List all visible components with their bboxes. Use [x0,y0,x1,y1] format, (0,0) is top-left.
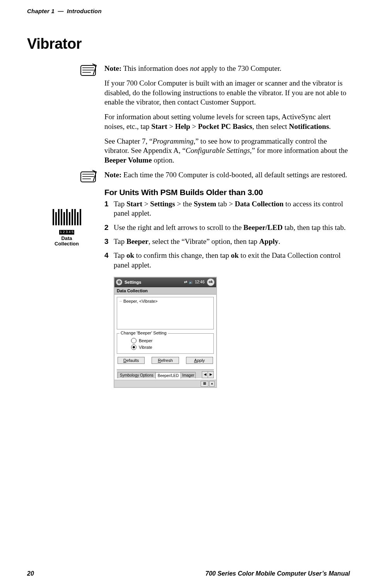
refresh-button[interactable]: Refresh [152,357,179,364]
radio-vibrate[interactable]: Vibrate [131,345,211,350]
setting-group: Change 'Beeper' Setting Beeper Vibrate [117,333,214,354]
tab-strip[interactable]: Symbology Options Beeper/LED Imager ◀ ▶ [117,369,214,378]
step-number: 4 [104,251,109,260]
data-collection-icon: 1 2 3 4 5 Data Collection [48,208,85,247]
applet-body: Beeper, <Vibrate> Change 'Beeper' Settin… [114,295,216,380]
manual-title: 700 Series Color Mobile Computer User’s … [205,570,350,577]
button-row: Defaults Refresh Apply [117,357,214,364]
tab-imager[interactable]: Imager [181,372,196,378]
tab-symbology-options[interactable]: Symbology Options [118,372,156,378]
clock[interactable]: 12:46 [195,280,205,284]
list-item: 2 Use the right and left arrows to scrol… [104,223,352,232]
dash: — [58,8,63,14]
barcode-numbers: 1 2 3 4 5 [59,230,74,235]
radio-label: Beeper [139,338,152,343]
step-number: 1 [104,199,109,209]
page-number: 20 [27,570,34,577]
steps-list: 1 Tap Start > Settings > the System tab … [104,199,352,270]
para-volume: For information about setting volume lev… [104,112,352,131]
note-block-2: Note: Each time the 700 Computer is cold… [104,170,352,180]
system-tray[interactable]: ⇄ 🔉 12:46 [184,280,205,284]
list-item: 3 Tap Beeper, select the “Vibrate” optio… [104,237,352,246]
barcode-icon [48,208,85,225]
note-label: Note: [104,171,121,179]
list-item: 4 Tap ok to confirm this change, then ta… [104,251,352,270]
radio-beeper[interactable]: Beeper [131,338,211,343]
page: Chapter 1 — Introduction Vibrator Note: … [0,0,377,588]
note1-text: Note: This information does not apply to… [104,64,352,73]
applet-title: Data Collection [114,287,216,295]
embedded-screenshot: ✿ Settings ⇄ 🔉 12:46 ok Data Collection … [114,277,217,388]
note-block-1: Note: This information does not apply to… [104,64,352,73]
body-column: Note: This information does not apply to… [104,64,352,388]
running-head: Chapter 1 — Introduction [27,8,350,14]
sip-bar[interactable]: ▦ ▴ [114,380,216,387]
scroll-right-icon[interactable]: ▶ [208,371,214,378]
keyboard-icon[interactable]: ▦ [201,381,208,387]
para-intro: If your 700 Color Computer is built with… [104,79,352,107]
apply-button[interactable]: Apply [186,357,213,364]
note-icon [79,63,98,77]
chapter-title: Introduction [67,8,102,14]
start-icon[interactable]: ✿ [116,279,122,285]
barcode-caption: Data Collection [48,236,85,247]
page-footer: 20 700 Series Color Mobile Computer User… [27,570,350,577]
subheading: For Units With PSM Builds Older than 3.0… [104,187,352,198]
defaults-button[interactable]: Defaults [118,357,145,364]
list-item: 1 Tap Start > Settings > the System tab … [104,199,352,218]
chapter-number: Chapter 1 [27,8,55,14]
sip-up-icon[interactable]: ▴ [209,381,215,387]
steps-block: 1 2 3 4 5 Data Collection 1 Tap Start > … [104,199,352,270]
para-seealso: See Chapter 7, “Programming,” to see how… [104,137,352,165]
ppc-titlebar[interactable]: ✿ Settings ⇄ 🔉 12:46 ok [114,278,216,287]
step-number: 3 [104,237,109,246]
tree-view[interactable]: Beeper, <Vibrate> [117,297,214,329]
radio-icon[interactable] [131,338,136,343]
note2-text: Note: Each time the 700 Computer is cold… [104,170,352,180]
tab-scroll-arrows[interactable]: ◀ ▶ [202,371,214,378]
section-heading: Vibrator [27,36,350,52]
step-number: 2 [104,223,109,232]
radio-label: Vibrate [139,345,152,350]
note-icon [79,170,98,183]
radio-icon[interactable] [131,345,136,350]
volume-icon[interactable]: 🔉 [189,280,193,284]
scroll-left-icon[interactable]: ◀ [202,371,208,378]
ok-button[interactable]: ok [207,278,215,286]
window-title: Settings [125,280,141,285]
note-label: Note: [104,64,121,72]
tab-beeper-led[interactable]: Beeper/LED [155,372,181,379]
tree-item[interactable]: Beeper, <Vibrate> [119,299,211,303]
group-legend: Change 'Beeper' Setting [119,331,168,335]
connectivity-icon[interactable]: ⇄ [184,280,187,284]
